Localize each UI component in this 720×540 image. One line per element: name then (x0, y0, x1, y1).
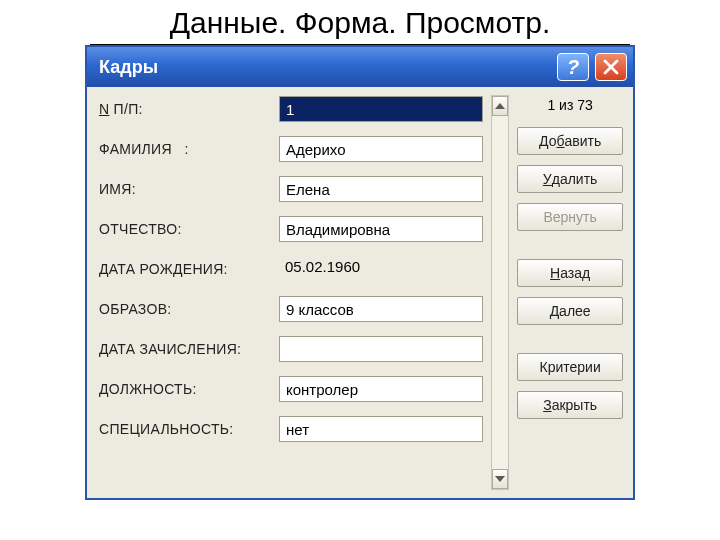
form-row: ОБРАЗОВ: (99, 295, 483, 323)
chevron-up-icon (495, 103, 505, 109)
scroll-track[interactable] (492, 116, 508, 469)
scroll-down-button[interactable] (492, 469, 508, 489)
field-input[interactable] (279, 336, 483, 362)
scroll-up-button[interactable] (492, 96, 508, 116)
field-label: ОТЧЕСТВО: (99, 221, 279, 237)
delete-button[interactable]: Удалить (517, 165, 623, 193)
next-button[interactable]: Далее (517, 297, 623, 325)
window: Кадры ? N П/П:ФАМИЛИЯ :ИМЯ:ОТЧЕСТВО:ДАТА… (85, 45, 635, 500)
close-icon (603, 59, 619, 75)
field-label: ИМЯ: (99, 181, 279, 197)
window-body: N П/П:ФАМИЛИЯ :ИМЯ:ОТЧЕСТВО:ДАТА РОЖДЕНИ… (87, 87, 633, 498)
help-icon: ? (567, 56, 579, 79)
field-value-readonly: 05.02.1960 (279, 256, 483, 282)
criteria-button[interactable]: Критерии (517, 353, 623, 381)
form-row: ФАМИЛИЯ : (99, 135, 483, 163)
field-label: СПЕЦИАЛЬНОСТЬ: (99, 421, 279, 437)
back-button[interactable]: Назад (517, 259, 623, 287)
restore-button[interactable]: Вернуть (517, 203, 623, 231)
form-column: N П/П:ФАМИЛИЯ :ИМЯ:ОТЧЕСТВО:ДАТА РОЖДЕНИ… (99, 95, 483, 490)
chevron-down-icon (495, 476, 505, 482)
field-input[interactable] (279, 136, 483, 162)
help-button[interactable]: ? (557, 53, 589, 81)
form-row: ДОЛЖНОСТЬ: (99, 375, 483, 403)
window-title: Кадры (99, 57, 551, 78)
record-counter: 1 из 73 (517, 95, 623, 117)
vertical-scrollbar[interactable] (491, 95, 509, 490)
field-label: ДОЛЖНОСТЬ: (99, 381, 279, 397)
field-input[interactable] (279, 296, 483, 322)
field-label: ФАМИЛИЯ : (99, 141, 279, 157)
close-window-button[interactable] (595, 53, 627, 81)
button-column: 1 из 73 Добавить Удалить Вернуть Назад Д… (517, 95, 623, 490)
field-label: ДАТА ЗАЧИСЛЕНИЯ: (99, 341, 279, 357)
field-label: ДАТА РОЖДЕНИЯ: (99, 261, 279, 277)
field-label: N П/П: (99, 101, 279, 117)
field-input[interactable] (279, 416, 483, 442)
field-input[interactable] (279, 96, 483, 122)
close-button[interactable]: Закрыть (517, 391, 623, 419)
form-row: СПЕЦИАЛЬНОСТЬ: (99, 415, 483, 443)
field-input[interactable] (279, 376, 483, 402)
field-input[interactable] (279, 176, 483, 202)
field-input[interactable] (279, 216, 483, 242)
page-title: Данные. Форма. Просмотр. (90, 0, 630, 45)
add-button[interactable]: Добавить (517, 127, 623, 155)
form-row: N П/П: (99, 95, 483, 123)
field-label: ОБРАЗОВ: (99, 301, 279, 317)
titlebar: Кадры ? (87, 47, 633, 87)
form-row: ДАТА ЗАЧИСЛЕНИЯ: (99, 335, 483, 363)
form-row: ДАТА РОЖДЕНИЯ:05.02.1960 (99, 255, 483, 283)
form-row: ОТЧЕСТВО: (99, 215, 483, 243)
form-row: ИМЯ: (99, 175, 483, 203)
